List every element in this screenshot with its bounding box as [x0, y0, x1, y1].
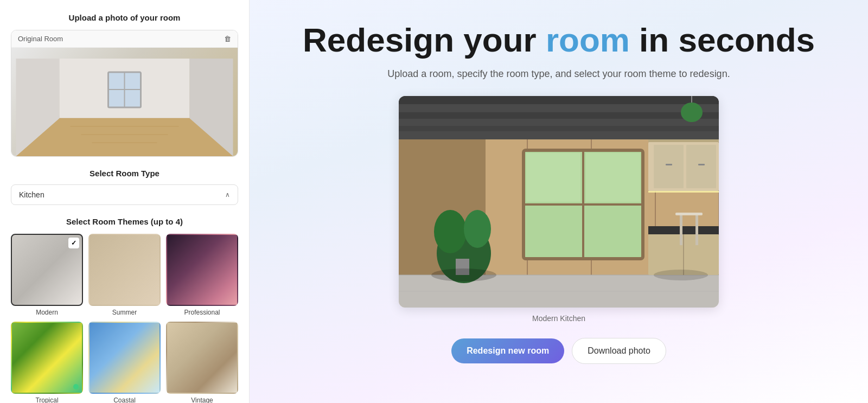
svg-point-36	[434, 210, 467, 253]
upload-box: Original Room 🗑	[11, 30, 238, 157]
theme-thumb-summer	[88, 234, 161, 306]
theme-thumb-tropical	[11, 322, 83, 394]
hero-title-highlight: room	[546, 21, 630, 59]
theme-item-coastal[interactable]: Coastal	[88, 322, 161, 403]
theme-label-summer: Summer	[112, 309, 137, 316]
theme-item-modern[interactable]: ✓ Modern	[11, 234, 83, 316]
theme-label-vintage: Vintage	[191, 396, 213, 403]
svg-rect-14	[399, 112, 719, 119]
download-button[interactable]: Download photo	[572, 338, 666, 364]
right-panel: Redesign your room in seconds Upload a r…	[250, 0, 868, 403]
upload-box-header: Original Room 🗑	[11, 30, 238, 48]
svg-point-51	[681, 103, 703, 122]
theme-label-modern: Modern	[36, 309, 58, 316]
hero-title-part2: in seconds	[630, 21, 815, 59]
result-image-container	[399, 96, 719, 308]
delete-icon[interactable]: 🗑	[224, 35, 231, 43]
theme-label-professional: Professional	[184, 309, 220, 316]
theme-thumb-professional	[166, 234, 238, 306]
upload-title: Upload a photo of your room	[11, 13, 238, 22]
svg-rect-53	[648, 139, 719, 142]
svg-point-54	[431, 268, 496, 282]
room-type-title: Select Room Type	[11, 169, 238, 178]
themes-title: Select Room Themes (up to 4)	[11, 217, 238, 226]
room-type-value: Kitchen	[19, 190, 44, 199]
svg-rect-13	[399, 96, 719, 104]
svg-point-37	[464, 210, 491, 248]
theme-thumb-modern: ✓	[11, 234, 83, 306]
hero-title-part1: Redesign your	[303, 21, 546, 59]
svg-rect-50	[648, 191, 719, 193]
theme-item-vintage[interactable]: Vintage	[166, 322, 238, 403]
theme-thumb-coastal	[88, 322, 161, 394]
hero-title: Redesign your room in seconds	[303, 22, 815, 59]
svg-rect-48	[680, 215, 682, 245]
svg-rect-42	[666, 164, 672, 165]
room-preview-image	[11, 48, 238, 156]
theme-label-coastal: Coastal	[113, 396, 136, 403]
svg-rect-33	[526, 153, 580, 202]
svg-point-55	[654, 270, 708, 280]
theme-check-modern: ✓	[68, 238, 79, 248]
action-buttons: Redesign new room Download photo	[451, 338, 666, 364]
svg-rect-44	[648, 226, 719, 234]
svg-rect-49	[695, 215, 698, 245]
theme-label-tropical: Tropical	[35, 396, 58, 403]
svg-rect-43	[698, 164, 705, 165]
original-room-label: Original Room	[18, 35, 63, 43]
room-type-dropdown[interactable]: Kitchen ∧	[11, 184, 238, 205]
svg-rect-41	[686, 145, 716, 188]
hero-subtitle: Upload a room, specify the room type, an…	[387, 68, 730, 80]
theme-item-professional[interactable]: Professional	[166, 234, 238, 316]
theme-item-summer[interactable]: Summer	[88, 234, 161, 316]
chevron-up-icon: ∧	[225, 191, 230, 199]
svg-rect-34	[586, 153, 640, 202]
svg-rect-15	[399, 126, 719, 131]
themes-grid: ✓ Modern Summer Professional Tropical Co…	[11, 234, 238, 403]
svg-rect-47	[675, 213, 703, 215]
svg-rect-40	[654, 145, 684, 188]
image-caption: Modern Kitchen	[532, 314, 585, 323]
result-image	[399, 96, 719, 308]
theme-thumb-vintage	[166, 322, 238, 394]
left-panel: Upload a photo of your room Original Roo…	[0, 0, 250, 403]
redesign-button[interactable]: Redesign new room	[451, 338, 564, 363]
theme-item-tropical[interactable]: Tropical	[11, 322, 83, 403]
